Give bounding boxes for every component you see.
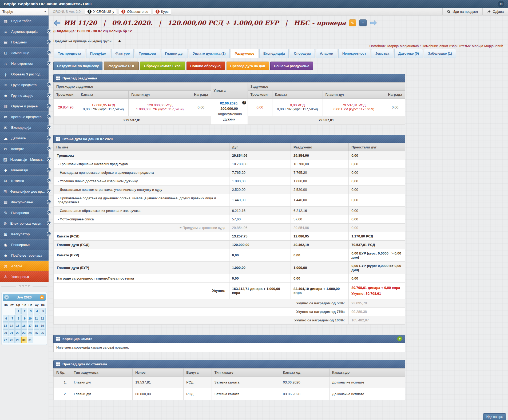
sidebar-item[interactable]: ☻ Праћење теренаца bbox=[0, 250, 49, 261]
scroll-up-button[interactable]: ↑ bbox=[359, 19, 367, 26]
tab[interactable]: Датотеке (0) bbox=[394, 49, 423, 58]
tab[interactable]: Главни дуг bbox=[161, 49, 188, 58]
chevron-down-icon[interactable] bbox=[47, 93, 51, 98]
sidebar-item[interactable]: ✉ Експедиција bbox=[0, 122, 49, 133]
tab[interactable]: Аларми bbox=[316, 49, 337, 58]
chevron-down-icon[interactable] bbox=[47, 200, 51, 204]
sidebar-item[interactable]: ▤ Предмети bbox=[0, 37, 49, 47]
calendar-day[interactable] bbox=[3, 308, 9, 314]
calendar-day[interactable]: 17 bbox=[28, 322, 33, 329]
action-button[interactable]: Поново обрачунај bbox=[186, 62, 225, 70]
action-button[interactable]: Преглед дуга на дан bbox=[227, 62, 269, 70]
calendar-day[interactable]: 18 bbox=[34, 322, 39, 329]
calendar-prev-icon[interactable]: ◀ bbox=[4, 295, 9, 300]
tab[interactable]: Јемства bbox=[371, 49, 393, 58]
calendar-day[interactable]: 30 bbox=[21, 337, 27, 343]
action-button[interactable]: Раздужење PDF bbox=[104, 62, 139, 70]
tab[interactable]: Уплате дужника (1) bbox=[189, 49, 229, 58]
calendar-day[interactable]: 10 bbox=[28, 315, 33, 322]
exchange-rate-button[interactable]: ! Курс bbox=[153, 9, 171, 15]
calendar-day[interactable]: 7 bbox=[9, 315, 15, 322]
chevron-down-icon[interactable] bbox=[47, 157, 51, 161]
chevron-down-icon[interactable] bbox=[47, 82, 51, 87]
calendar-day[interactable]: 1 bbox=[15, 308, 21, 314]
sidebar-item[interactable]: ⧉ Штампа bbox=[0, 175, 49, 186]
calendar-day[interactable]: 3 bbox=[28, 308, 33, 314]
chevron-down-icon[interactable] bbox=[47, 29, 51, 34]
calendar-day[interactable]: 2 bbox=[21, 308, 27, 314]
calendar-day[interactable]: 29 bbox=[15, 337, 21, 343]
tab[interactable]: Споразум bbox=[290, 49, 315, 58]
calendar-day[interactable]: 14 bbox=[9, 322, 15, 329]
sidebar-item[interactable]: ▥ Одлуке и радње bbox=[0, 101, 49, 111]
tab[interactable]: Непокретност bbox=[338, 49, 370, 58]
action-button[interactable]: Пошаљи раздужење bbox=[270, 62, 313, 70]
chevron-down-icon[interactable] bbox=[47, 114, 51, 119]
chevron-down-icon[interactable] bbox=[47, 40, 51, 44]
calendar-day[interactable]: 22 bbox=[15, 329, 21, 336]
calendar-day[interactable]: 15 bbox=[15, 322, 21, 329]
chevron-down-icon[interactable] bbox=[47, 189, 51, 193]
sidebar-item[interactable]: ✎ Писарница bbox=[0, 207, 49, 218]
tab[interactable]: Експедиција bbox=[259, 49, 289, 58]
calendar-day[interactable] bbox=[9, 308, 15, 314]
sidebar-item[interactable]: ∮ Образац 3 расподела bbox=[0, 69, 49, 79]
sidebar-item[interactable]: ⇄ Кретање предмета bbox=[0, 111, 49, 122]
calendar-day[interactable]: 12 bbox=[40, 315, 46, 322]
sidebar-item[interactable]: ⚠ Упозорења bbox=[0, 271, 49, 282]
tab[interactable]: Фактуре bbox=[111, 49, 134, 58]
chevron-down-icon[interactable] bbox=[47, 61, 51, 66]
chevron-down-icon[interactable] bbox=[47, 168, 51, 172]
chevron-down-icon[interactable] bbox=[47, 232, 51, 236]
go-to-top-button[interactable]: Иди на врх bbox=[483, 413, 506, 420]
sidebar-item[interactable]: ⊟ Замолнице bbox=[0, 47, 49, 58]
calendar-day[interactable]: 5 bbox=[40, 308, 46, 314]
sidebar-item[interactable]: ☻ Групне акције bbox=[0, 90, 49, 101]
chevron-down-icon[interactable] bbox=[47, 136, 51, 140]
gear-icon[interactable]: ⚙ bbox=[498, 1, 504, 7]
sidebar-item[interactable]: ✉ Коверте bbox=[0, 143, 49, 154]
calendar-day[interactable]: 6 bbox=[3, 315, 9, 322]
chevron-down-icon[interactable] bbox=[47, 104, 51, 108]
sidebar-item[interactable]: ▨ Извештаји - Министарство bbox=[0, 154, 49, 165]
tab[interactable]: Раздужење bbox=[231, 49, 258, 58]
edit-case-button[interactable]: ✎ bbox=[349, 19, 356, 26]
payment-date-link[interactable]: 02.06.2020. bbox=[214, 101, 245, 106]
sidebar-item[interactable]: ▦ Радна табла bbox=[0, 15, 49, 26]
sidebar-item[interactable]: ☻ Извештаји bbox=[0, 165, 49, 175]
next-case-arrow-icon[interactable] bbox=[370, 19, 377, 26]
chevron-down-icon[interactable] bbox=[47, 221, 51, 225]
calendar-day[interactable] bbox=[40, 337, 46, 343]
calendar-next-icon[interactable]: ▶ bbox=[40, 295, 44, 300]
tab[interactable]: Трошкови bbox=[135, 49, 160, 58]
add-to-group-icon[interactable]: + bbox=[118, 39, 121, 43]
action-button[interactable]: Обрачун камате Excel bbox=[140, 62, 185, 70]
chevron-down-icon[interactable] bbox=[47, 210, 51, 215]
calendar-day[interactable]: 20 bbox=[3, 329, 9, 336]
sidebar-item[interactable]: ☁ Датотеке bbox=[0, 133, 49, 143]
calendar-day[interactable]: 28 bbox=[9, 337, 15, 343]
add-correction-icon[interactable]: + bbox=[397, 336, 402, 341]
chevron-down-icon[interactable] bbox=[47, 125, 51, 130]
calendar-day[interactable]: 26 bbox=[40, 329, 46, 336]
calendar-day[interactable]: 16 bbox=[21, 322, 27, 329]
calendar-day[interactable]: 27 bbox=[3, 337, 9, 343]
previous-case-arrow-icon[interactable] bbox=[53, 19, 61, 26]
calendar-day[interactable]: 11 bbox=[34, 315, 39, 322]
tab[interactable]: Предујам bbox=[86, 49, 110, 58]
sidebar-item[interactable]: ◷ Аларм bbox=[0, 261, 49, 271]
chevron-down-icon[interactable] bbox=[47, 178, 51, 183]
calendar-day[interactable]: 25 bbox=[34, 329, 39, 336]
info-icon[interactable]: i bbox=[242, 101, 246, 104]
notifications-button[interactable]: 1 Обавештење bbox=[119, 9, 151, 15]
calendar-day[interactable]: 13 bbox=[3, 322, 9, 329]
calendar-day[interactable]: 24 bbox=[28, 329, 33, 336]
calendar-day[interactable]: 4 bbox=[34, 308, 39, 314]
sidebar-item[interactable]: ≡ Групе предмета bbox=[0, 79, 49, 90]
sidebar-item[interactable]: ⊞ Калкулатор bbox=[0, 229, 49, 239]
in-cronus-button[interactable]: i У CRONUS-у bbox=[85, 9, 117, 15]
chevron-down-icon[interactable] bbox=[47, 146, 51, 151]
calendar-day[interactable]: 8 bbox=[15, 315, 21, 322]
calendar-day[interactable]: 9 bbox=[21, 315, 27, 322]
goto-case-link[interactable]: Иди на предмет bbox=[442, 8, 482, 15]
